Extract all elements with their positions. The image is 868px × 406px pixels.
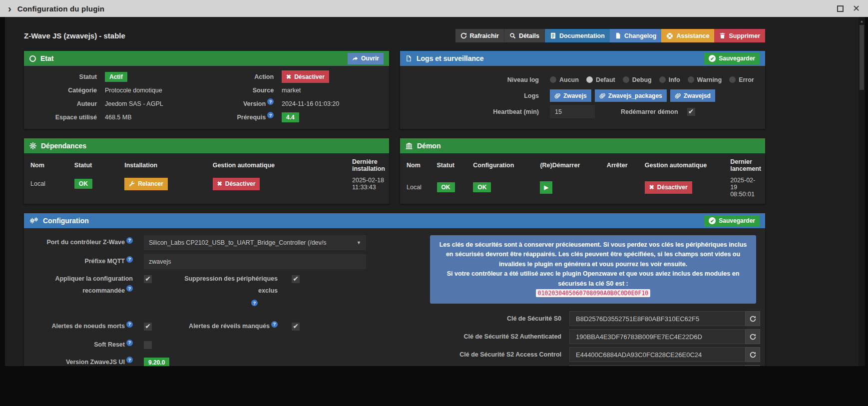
log-file-zwavejs-packages-button[interactable]: Zwavejs_packages xyxy=(595,89,667,102)
mqtt-prefix-input[interactable] xyxy=(144,254,366,269)
demon-table: Nom Statut Configuration (Re)Démarrer Ar… xyxy=(400,153,765,204)
alertes-reveils-checkbox[interactable]: ✔ xyxy=(292,323,300,331)
regenerate-key-button[interactable] xyxy=(745,329,760,344)
security-keys-alert: Les clés de sécurités sont à conserver p… xyxy=(430,235,756,304)
refresh-button[interactable]: Rafraichir xyxy=(455,29,504,42)
alertes-morts-checkbox[interactable]: ✔ xyxy=(144,323,152,331)
help-icon[interactable]: ? xyxy=(126,357,133,363)
log-file-zwavejsd-button[interactable]: Zwavejsd xyxy=(670,89,715,102)
caret-down-icon: ▼ xyxy=(353,240,361,245)
table-row: Local OK OK ▶ ✖Désactiver 2025-02-19 08:… xyxy=(400,175,765,204)
panel-dependances-title: Dépendances xyxy=(41,142,86,150)
radio-debug[interactable]: Debug xyxy=(623,76,652,83)
check-icon: ✔ xyxy=(688,108,694,115)
window-title: Configuration du plugin xyxy=(17,4,105,13)
radio-dot xyxy=(623,76,629,83)
help-icon[interactable]: ? xyxy=(126,340,133,346)
version-label: Version? xyxy=(214,100,282,107)
page-title: Z-Wave JS (zwavejs) - stable xyxy=(24,31,125,40)
redemarrer-checkbox[interactable]: ✔ xyxy=(687,108,695,116)
help-icon[interactable]: ? xyxy=(126,256,133,263)
panel-logs-title: Logs et surveillance xyxy=(417,54,484,62)
file-icon xyxy=(615,32,621,39)
key-row: Clé de Sécurité S2 Unauthenticated xyxy=(392,365,760,366)
check-icon: ✔ xyxy=(293,323,299,330)
heartbeat-input[interactable] xyxy=(550,105,595,118)
refresh-icon xyxy=(750,316,756,322)
check-icon: ✔ xyxy=(293,275,299,282)
save-logs-button[interactable]: ✔ Sauvegarder xyxy=(704,53,760,64)
relaunch-install-button[interactable]: Relancer xyxy=(124,178,168,190)
paperclip-icon xyxy=(675,93,681,99)
zwave-port-select[interactable]: Silicon_Labs CP2102_USB_to_UART_Bridge_C… xyxy=(144,235,366,250)
refresh-icon xyxy=(750,352,756,358)
help-icon[interactable]: ? xyxy=(126,285,133,292)
dep-derniere-installation: 2025-02-18 11:33:43 xyxy=(348,175,389,197)
radio-info[interactable]: Info xyxy=(659,76,680,83)
disable-plugin-button[interactable]: ✖Désactiver xyxy=(282,70,329,83)
log-file-zwavejs-button[interactable]: Zwavejs xyxy=(550,89,591,102)
demon-config-badge: OK xyxy=(473,182,491,192)
help-icon[interactable]: ? xyxy=(126,237,133,244)
key-s2-access-input[interactable] xyxy=(569,347,746,362)
panel-configuration-title: Configuration xyxy=(43,217,89,225)
radio-aucun[interactable]: Aucun xyxy=(550,76,579,83)
soft-reset-checkbox[interactable] xyxy=(144,341,152,349)
key-s2-auth-input[interactable] xyxy=(569,329,746,344)
close-icon[interactable]: ✕ xyxy=(853,4,860,13)
alertes-morts-label: Alertes de noeuds morts? xyxy=(24,321,133,333)
assistance-button[interactable]: Assistance xyxy=(661,29,714,42)
soft-reset-label: Soft Reset? xyxy=(24,339,133,351)
regenerate-key-button[interactable] xyxy=(745,311,760,326)
appliquer-config-checkbox[interactable]: ✔ xyxy=(144,275,152,283)
redemarrer-label: Redémarrer démon xyxy=(621,108,678,115)
bank-icon xyxy=(406,142,413,149)
key-s0-input[interactable] xyxy=(569,311,746,326)
action-label: Action xyxy=(214,73,282,80)
col-header: Statut xyxy=(433,153,469,175)
scrollbar-thumb[interactable] xyxy=(860,25,864,90)
key-s2-unauth-input[interactable] xyxy=(569,365,746,366)
suppression-exclus-checkbox[interactable]: ✔ xyxy=(292,275,300,283)
col-header: Configuration xyxy=(469,153,536,175)
details-button[interactable]: Détails xyxy=(504,29,545,42)
cross-icon: ✖ xyxy=(217,180,222,187)
restart-daemon-button[interactable]: ▶ xyxy=(540,181,552,194)
col-header: Gestion automatique xyxy=(641,153,726,175)
appliquer-config-label: Appliquer la configuration recommandée? xyxy=(24,273,133,297)
open-button[interactable]: Ouvrir xyxy=(348,53,384,64)
radio-warning[interactable]: Warning xyxy=(688,76,722,83)
key-s2-auth-label: Clé de Sécurité S2 Authenticated xyxy=(434,332,561,342)
help-icon[interactable]: ? xyxy=(267,98,274,105)
auteur-value: Jeedom SAS - AGPL xyxy=(105,100,214,107)
documentation-button[interactable]: Documentation xyxy=(545,29,610,42)
delete-button[interactable]: Supprimer xyxy=(714,29,765,42)
table-row: Local OK Relancer ✖Désactiver 2025-02-18… xyxy=(24,175,389,197)
disable-auto-daemon-button[interactable]: ✖Désactiver xyxy=(645,181,692,194)
help-icon[interactable]: ? xyxy=(251,300,258,306)
help-icon[interactable]: ? xyxy=(271,321,278,328)
gear-icon xyxy=(29,142,36,149)
radio-defaut[interactable]: Defaut xyxy=(586,76,615,83)
alert-text-1: Les clés de sécurités sont à conserver p… xyxy=(438,240,748,269)
refresh-icon xyxy=(460,32,467,39)
dep-status-badge: OK xyxy=(74,179,92,189)
changelog-button[interactable]: Changelog xyxy=(610,29,662,42)
chevron-right-icon: › xyxy=(8,3,11,13)
panel-demon: Démon Nom Statut Configuration (Re)Démar… xyxy=(400,138,765,204)
regenerate-key-button[interactable] xyxy=(745,365,760,366)
help-icon[interactable]: ? xyxy=(126,321,133,328)
radio-error[interactable]: Error xyxy=(729,76,754,83)
disable-auto-install-button[interactable]: ✖Désactiver xyxy=(213,178,260,190)
cross-icon: ✖ xyxy=(649,184,654,191)
maximize-icon[interactable] xyxy=(837,5,844,12)
scroll-up-icon[interactable]: ▲ xyxy=(859,19,865,23)
prerequis-label: Prérequis? xyxy=(214,114,282,121)
save-configuration-button[interactable]: ✔ Sauvegarder xyxy=(704,215,760,227)
help-icon[interactable]: ? xyxy=(267,112,274,118)
log-level-radios: Aucun Defaut Debug Info Warning Error xyxy=(550,76,754,83)
source-label: Source xyxy=(214,87,282,94)
scrollbar[interactable]: ▲ xyxy=(859,17,865,366)
espace-value: 468.5 MB xyxy=(105,114,214,121)
regenerate-key-button[interactable] xyxy=(745,347,760,362)
